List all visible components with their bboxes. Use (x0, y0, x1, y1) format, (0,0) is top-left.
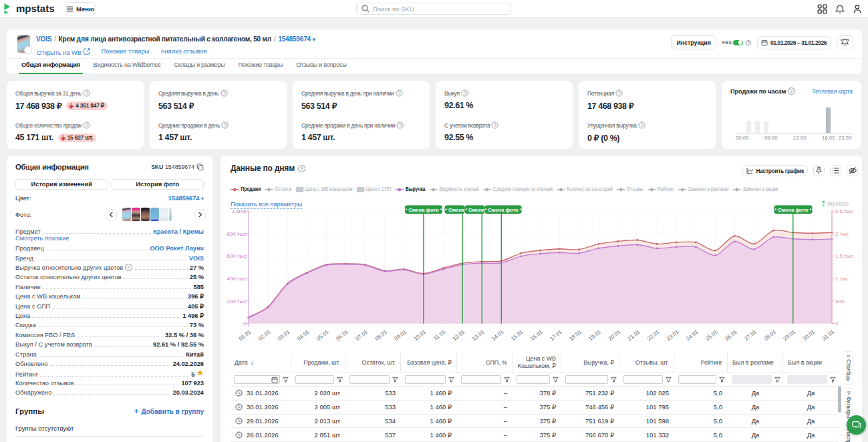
svg-text:* Смена: * Смена (445, 207, 465, 213)
svg-text:200 тыс: 200 тыс (227, 298, 247, 304)
svg-text:0: 0 (835, 320, 839, 326)
svg-text:* Смена фото *: * Смена фото * (484, 207, 522, 213)
svg-text:mpstats: mpstats (827, 200, 849, 207)
svg-text:07.01: 07.01 (354, 328, 369, 342)
svg-text:600 тыс: 600 тыс (227, 253, 247, 259)
svg-text:12.01: 12.01 (452, 328, 466, 342)
svg-text:1,5 тыс: 1,5 тыс (835, 253, 853, 259)
svg-text:0: 0 (243, 320, 247, 326)
svg-text:02.01: 02.01 (257, 328, 272, 342)
svg-text:28.01: 28.01 (762, 328, 777, 342)
svg-text:2 тыс: 2 тыс (835, 231, 849, 237)
svg-text:16.01: 16.01 (529, 328, 544, 342)
svg-text:11.01: 11.01 (432, 328, 446, 341)
svg-text:09.01: 09.01 (394, 328, 408, 342)
svg-text:* Смена фото *: * Смена фото * (774, 207, 812, 213)
svg-text:13.01: 13.01 (471, 328, 486, 342)
svg-text:00:00: 00:00 (736, 135, 749, 141)
svg-text:30.01: 30.01 (802, 328, 817, 342)
svg-text:1 млн: 1 млн (232, 208, 246, 214)
svg-text:23:59: 23:59 (839, 135, 852, 141)
svg-text:800 тыс: 800 тыс (227, 231, 247, 237)
svg-text:20.01: 20.01 (607, 328, 622, 342)
svg-text:06.01: 06.01 (335, 328, 349, 342)
svg-text:05.01: 05.01 (315, 328, 330, 342)
svg-text:04.01: 04.01 (296, 328, 311, 342)
svg-text:24.01: 24.01 (685, 328, 700, 342)
svg-text:08.01: 08.01 (374, 328, 388, 342)
svg-text:1 тыс: 1 тыс (835, 276, 849, 282)
svg-text:21.01: 21.01 (627, 328, 641, 342)
svg-text:10.01: 10.01 (413, 328, 428, 342)
svg-text:26.01: 26.01 (724, 328, 738, 342)
svg-text:2,5 тыс: 2,5 тыс (835, 208, 853, 214)
svg-text:19.01: 19.01 (588, 328, 603, 342)
svg-text:15.01: 15.01 (510, 328, 525, 342)
svg-text:23.01: 23.01 (666, 328, 680, 342)
svg-text:01.01: 01.01 (238, 328, 253, 342)
svg-text:27.01: 27.01 (743, 328, 758, 342)
svg-text:18.01: 18.01 (568, 328, 583, 342)
svg-text:03.01: 03.01 (277, 328, 291, 342)
svg-text:500: 500 (835, 298, 845, 304)
svg-text:25.01: 25.01 (704, 328, 719, 342)
svg-text:12:00: 12:00 (793, 135, 807, 141)
svg-text:22.01: 22.01 (646, 328, 661, 342)
svg-text:* Смена: * Смена (465, 207, 485, 213)
svg-text:29.01: 29.01 (782, 328, 797, 342)
svg-text:18:00: 18:00 (822, 135, 835, 141)
svg-text:06:00: 06:00 (764, 135, 778, 141)
svg-text:31.01: 31.01 (821, 328, 836, 342)
svg-text:400 тыс: 400 тыс (227, 276, 247, 282)
svg-text:14.01: 14.01 (490, 328, 505, 342)
svg-text:* Смена фото *: * Смена фото * (405, 207, 442, 213)
svg-text:17.01: 17.01 (549, 328, 563, 342)
